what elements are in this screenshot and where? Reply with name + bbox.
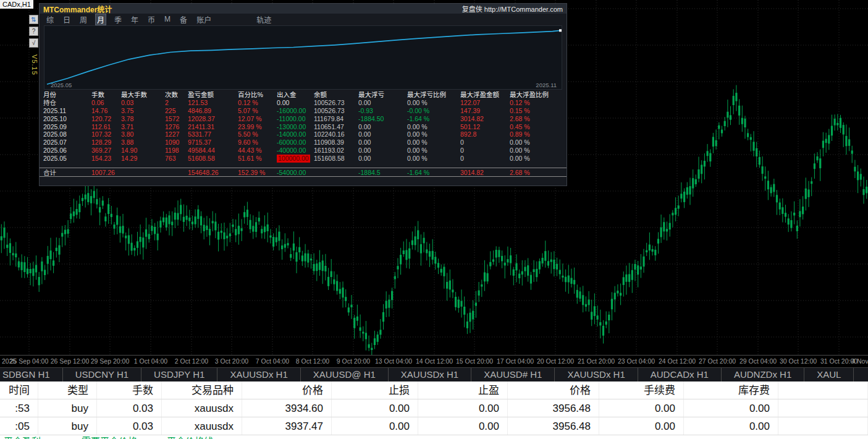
stats-cell: [314, 168, 358, 176]
symbol-tab[interactable]: SDBGN H1: [0, 368, 63, 381]
stats-panel-site-link[interactable]: 复盘侠 http://MTCommander.com: [462, 4, 563, 14]
symbol-tab[interactable]: XAUUSD@ H1: [301, 368, 389, 381]
trade-cell: 3956.48: [508, 417, 599, 435]
version-label: V5.15: [31, 54, 38, 75]
stats-cell: -14000.00: [277, 130, 314, 139]
symbol-tab[interactable]: XAUL: [804, 368, 854, 381]
stats-cell: 21411.31: [188, 123, 238, 131]
trade-cell: [778, 417, 868, 435]
stats-cell: 0.00: [358, 130, 407, 139]
stats-cell: 1198: [165, 147, 188, 155]
trade-cell: 0.00: [684, 417, 778, 435]
trade-panel: 时间类型手数交易品种价格止损止盈价格手续费库存费:53buy0.03xauusd…: [0, 381, 868, 439]
stats-cell: 12028.37: [188, 115, 238, 123]
stats-cell: 107.32: [91, 130, 121, 139]
stats-panel-titlebar[interactable]: MTCommander统计 复盘侠 http://MTCommander.com: [40, 4, 567, 14]
stats-cell: 100526.73: [314, 107, 358, 115]
stats-tab-M[interactable]: M: [163, 15, 172, 23]
time-axis-label: 17 Oct 04:00: [497, 357, 534, 365]
help-icon[interactable]: ?: [29, 27, 38, 36]
stats-row[interactable]: 2025.06369.2714.90119849584.4444.43 %-40…: [40, 147, 567, 155]
stats-tab-币[interactable]: 币: [146, 14, 156, 25]
trade-cell: 0.00: [332, 399, 418, 417]
stats-header-row[interactable]: 月份手数最大手数次数盈亏金额百分比%出入金余额最大浮亏最大浮亏比例最大浮盈金额最…: [40, 91, 567, 99]
stats-cell: 3.75: [121, 107, 165, 115]
time-axis-label: 26 Sep 12:00: [51, 357, 89, 365]
stats-row[interactable]: 2025.07128.293.8810909715.379.60 %-60000…: [40, 139, 567, 147]
stats-row[interactable]: 2025.10120.723.78157212028.3712.07 %-110…: [40, 115, 567, 123]
time-axis-label: 21 Oct 20:00: [578, 357, 615, 365]
trade-cell: buy: [38, 417, 97, 435]
time-axis-label: 27 Oct 20:00: [699, 357, 736, 365]
stats-tab-年[interactable]: 年: [130, 14, 140, 25]
stats-cell: 0.00 %: [407, 123, 460, 131]
equity-curve-chart[interactable]: 2025.05 2025.11: [44, 25, 562, 90]
stats-tab-轨迹[interactable]: 轨迹: [255, 14, 272, 25]
arrows-icon[interactable]: ⇅: [29, 15, 38, 24]
stats-cell: 最大浮盈比例: [510, 91, 567, 99]
equity-curve-line: [44, 26, 563, 89]
trade-header-row[interactable]: 时间类型手数交易品种价格止损止盈价格手续费库存费: [0, 381, 868, 399]
check-icon[interactable]: √: [29, 38, 38, 48]
trade-cell: 价格: [242, 381, 332, 399]
stats-row[interactable]: 持仓0.060.032121.530.12 %0.00100526.730.00…: [40, 99, 567, 107]
stats-tab-账户[interactable]: 账户: [195, 14, 213, 25]
stats-tab-bar: 综日周月季年币M备账户轨迹: [40, 14, 567, 25]
stats-cell: 44.43 %: [238, 147, 277, 155]
stats-cell: 225: [165, 107, 188, 115]
stats-row[interactable]: 2025.1114.763.752254846.895.07 %-16000.0…: [40, 107, 567, 115]
stats-cell: -1.64 %: [407, 115, 460, 123]
trade-cell: 3934.60: [242, 399, 332, 417]
stats-table: 月份手数最大手数次数盈亏金额百分比%出入金余额最大浮亏最大浮亏比例最大浮盈金额最…: [40, 91, 567, 177]
time-axis-label: 30 Oct 12:00: [780, 357, 817, 365]
stats-row[interactable]: 2025.09112.613.71127621411.3123.99 %-130…: [40, 123, 567, 131]
stats-cell: 最大手数: [121, 91, 165, 99]
stats-cell: 161193.02: [314, 147, 358, 155]
stats-cell: 111679.84: [314, 115, 358, 123]
symbol-tab[interactable]: AUDNZDx H1: [722, 368, 804, 381]
trade-cell: 价格: [508, 381, 599, 399]
trade-footer-row: 平仓盈利需要平仓价格平仓价格线: [0, 435, 868, 439]
stats-tab-备[interactable]: 备: [179, 14, 188, 25]
symbol-tab[interactable]: XAUUSDx H1: [217, 368, 300, 381]
stats-cell: 14.29: [121, 155, 165, 163]
time-axis-label: 14 Oct 12:00: [416, 357, 453, 365]
stats-cell: 1227: [165, 130, 188, 139]
stats-tab-月[interactable]: 月: [95, 14, 106, 25]
time-axis-label: 25 Sep 04:00: [10, 357, 48, 365]
stats-tab-季[interactable]: 季: [113, 14, 123, 25]
stats-cell: [165, 168, 188, 176]
stats-cell: 501.12: [460, 123, 510, 131]
stats-cell: 0.15 %: [510, 107, 567, 115]
stats-cell: 112.61: [91, 123, 121, 131]
stats-total-row[interactable]: 合计1007.26154648.26152.39 %-54000.00-1884…: [40, 168, 567, 177]
stats-row[interactable]: 2025.08107.323.8012275331.775.50 %-14000…: [40, 130, 567, 139]
stats-cell: 0.06: [91, 99, 121, 107]
trade-cell: 0.00: [599, 399, 684, 417]
trade-row[interactable]: :05buy0.03xauusdx3937.470.000.003956.480…: [0, 417, 868, 435]
symbol-tab[interactable]: USDJPY H1: [141, 368, 217, 381]
symbol-tab[interactable]: XAUUSDx H1: [389, 368, 471, 381]
stats-cell: 0.00: [358, 123, 407, 131]
stats-row[interactable]: 2025.05154.2314.2976351608.5851.61 %1000…: [40, 155, 567, 163]
stats-cell: 0: [460, 139, 510, 147]
trade-row[interactable]: :53buy0.03xauusdx3934.600.000.003956.480…: [0, 399, 868, 417]
stats-tab-周[interactable]: 周: [78, 14, 88, 25]
stats-cell: 出入金: [277, 91, 314, 99]
symbol-tab[interactable]: AUDCADx H1: [638, 368, 722, 381]
stats-tab-日[interactable]: 日: [62, 14, 72, 25]
symbol-tab[interactable]: USDCNY H1: [63, 368, 141, 381]
time-axis-label: 9 Oct 20:00: [337, 357, 370, 365]
stats-cell: 合计: [43, 168, 91, 176]
stats-cell: 121.53: [188, 99, 238, 107]
stats-cell: 手数: [91, 91, 121, 99]
symbol-tab[interactable]: XAUUSD# H1: [471, 368, 555, 381]
stats-cell: 3.88: [121, 139, 165, 147]
stats-cell: 110908.39: [314, 139, 358, 147]
stats-cell: 0.89 %: [510, 130, 567, 139]
symbol-tab[interactable]: XAUUSDx H1: [555, 368, 638, 381]
stats-cell: 最大浮盈金额: [460, 91, 510, 99]
trade-cell: [778, 399, 868, 417]
stats-tab-综[interactable]: 综: [45, 14, 55, 25]
stats-cell: 0.00: [358, 139, 407, 147]
